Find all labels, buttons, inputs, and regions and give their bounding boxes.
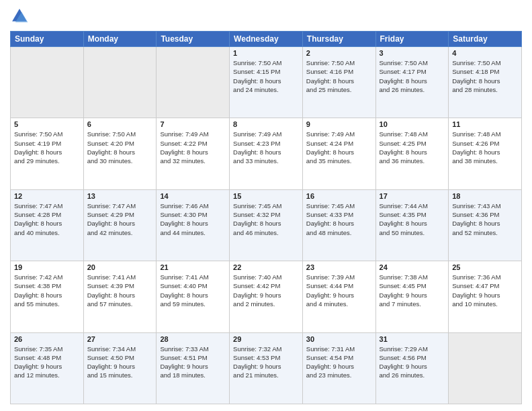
- day-number: 28: [160, 335, 226, 343]
- day-cell: 30Sunrise: 7:31 AM Sunset: 4:54 PM Dayli…: [302, 332, 375, 404]
- day-info: Sunrise: 7:36 AM Sunset: 4:47 PM Dayligh…: [452, 273, 518, 308]
- logo-icon: [10, 7, 29, 26]
- day-info: Sunrise: 7:42 AM Sunset: 4:38 PM Dayligh…: [14, 273, 80, 308]
- day-info: Sunrise: 7:41 AM Sunset: 4:40 PM Dayligh…: [160, 273, 226, 308]
- day-number: 3: [380, 49, 445, 57]
- day-info: Sunrise: 7:43 AM Sunset: 4:36 PM Dayligh…: [452, 201, 518, 237]
- day-info: Sunrise: 7:50 AM Sunset: 4:18 PM Dayligh…: [452, 58, 518, 94]
- day-info: Sunrise: 7:41 AM Sunset: 4:39 PM Dayligh…: [87, 273, 153, 308]
- weekday-header-thursday: Thursday: [302, 32, 375, 47]
- day-cell: 23Sunrise: 7:39 AM Sunset: 4:44 PM Dayli…: [302, 261, 375, 332]
- day-cell: 12Sunrise: 7:47 AM Sunset: 4:28 PM Dayli…: [11, 189, 84, 261]
- day-cell: 28Sunrise: 7:33 AM Sunset: 4:51 PM Dayli…: [157, 332, 230, 404]
- day-cell: 2Sunrise: 7:50 AM Sunset: 4:16 PM Daylig…: [302, 47, 375, 118]
- day-cell: 19Sunrise: 7:42 AM Sunset: 4:38 PM Dayli…: [11, 261, 84, 332]
- day-cell: 18Sunrise: 7:43 AM Sunset: 4:36 PM Dayli…: [449, 189, 522, 261]
- day-cell: [157, 47, 230, 118]
- day-number: 30: [306, 335, 372, 343]
- day-cell: 13Sunrise: 7:47 AM Sunset: 4:29 PM Dayli…: [83, 189, 157, 261]
- day-info: Sunrise: 7:47 AM Sunset: 4:28 PM Dayligh…: [14, 201, 80, 237]
- week-row-4: 26Sunrise: 7:35 AM Sunset: 4:48 PM Dayli…: [11, 332, 522, 404]
- day-number: 7: [160, 120, 226, 128]
- day-number: 16: [306, 192, 372, 200]
- day-info: Sunrise: 7:50 AM Sunset: 4:19 PM Dayligh…: [14, 130, 80, 165]
- day-cell: 24Sunrise: 7:38 AM Sunset: 4:45 PM Dayli…: [375, 261, 449, 332]
- day-number: 12: [14, 192, 80, 200]
- day-cell: 6Sunrise: 7:50 AM Sunset: 4:20 PM Daylig…: [83, 118, 157, 189]
- day-info: Sunrise: 7:40 AM Sunset: 4:42 PM Dayligh…: [233, 273, 299, 308]
- day-cell: 25Sunrise: 7:36 AM Sunset: 4:47 PM Dayli…: [449, 261, 522, 332]
- day-cell: 10Sunrise: 7:48 AM Sunset: 4:25 PM Dayli…: [375, 118, 449, 189]
- day-cell: 17Sunrise: 7:44 AM Sunset: 4:35 PM Dayli…: [375, 189, 449, 261]
- header: [10, 7, 522, 26]
- day-cell: 14Sunrise: 7:46 AM Sunset: 4:30 PM Dayli…: [157, 189, 230, 261]
- day-cell: 1Sunrise: 7:50 AM Sunset: 4:15 PM Daylig…: [230, 47, 303, 118]
- day-cell: 29Sunrise: 7:32 AM Sunset: 4:53 PM Dayli…: [230, 332, 303, 404]
- day-cell: 15Sunrise: 7:45 AM Sunset: 4:32 PM Dayli…: [230, 189, 303, 261]
- day-cell: 3Sunrise: 7:50 AM Sunset: 4:17 PM Daylig…: [375, 47, 449, 118]
- day-info: Sunrise: 7:44 AM Sunset: 4:35 PM Dayligh…: [380, 201, 445, 237]
- day-info: Sunrise: 7:38 AM Sunset: 4:45 PM Dayligh…: [380, 273, 445, 308]
- day-number: 21: [160, 263, 226, 271]
- day-cell: 27Sunrise: 7:34 AM Sunset: 4:50 PM Dayli…: [83, 332, 157, 404]
- day-number: 9: [306, 120, 372, 128]
- day-cell: 31Sunrise: 7:29 AM Sunset: 4:56 PM Dayli…: [375, 332, 449, 404]
- day-cell: 5Sunrise: 7:50 AM Sunset: 4:19 PM Daylig…: [11, 118, 84, 189]
- day-number: 17: [380, 192, 445, 200]
- day-info: Sunrise: 7:39 AM Sunset: 4:44 PM Dayligh…: [306, 273, 372, 308]
- week-row-2: 12Sunrise: 7:47 AM Sunset: 4:28 PM Dayli…: [11, 189, 522, 261]
- logo: [10, 7, 32, 26]
- day-cell: 11Sunrise: 7:48 AM Sunset: 4:26 PM Dayli…: [449, 118, 522, 189]
- day-number: 5: [14, 120, 80, 128]
- day-cell: 22Sunrise: 7:40 AM Sunset: 4:42 PM Dayli…: [230, 261, 303, 332]
- day-info: Sunrise: 7:45 AM Sunset: 4:32 PM Dayligh…: [233, 201, 299, 237]
- day-cell: [11, 47, 84, 118]
- day-info: Sunrise: 7:32 AM Sunset: 4:53 PM Dayligh…: [233, 345, 299, 380]
- day-number: 25: [452, 263, 518, 271]
- day-number: 15: [233, 192, 299, 200]
- day-cell: 16Sunrise: 7:45 AM Sunset: 4:33 PM Dayli…: [302, 189, 375, 261]
- weekday-header-monday: Monday: [83, 32, 157, 47]
- day-cell: 8Sunrise: 7:49 AM Sunset: 4:23 PM Daylig…: [230, 118, 303, 189]
- day-number: 29: [233, 335, 299, 343]
- day-info: Sunrise: 7:48 AM Sunset: 4:25 PM Dayligh…: [380, 130, 445, 165]
- day-number: 14: [160, 192, 226, 200]
- day-number: 1: [233, 49, 299, 57]
- day-info: Sunrise: 7:50 AM Sunset: 4:17 PM Dayligh…: [380, 58, 445, 94]
- day-info: Sunrise: 7:49 AM Sunset: 4:24 PM Dayligh…: [306, 130, 372, 165]
- day-number: 19: [14, 263, 80, 271]
- day-number: 11: [452, 120, 518, 128]
- day-info: Sunrise: 7:49 AM Sunset: 4:23 PM Dayligh…: [233, 130, 299, 165]
- weekday-header-wednesday: Wednesday: [230, 32, 303, 47]
- day-info: Sunrise: 7:47 AM Sunset: 4:29 PM Dayligh…: [87, 201, 153, 237]
- day-cell: [83, 47, 157, 118]
- day-number: 24: [380, 263, 445, 271]
- day-info: Sunrise: 7:46 AM Sunset: 4:30 PM Dayligh…: [160, 201, 226, 237]
- day-cell: [449, 332, 522, 404]
- day-cell: 4Sunrise: 7:50 AM Sunset: 4:18 PM Daylig…: [449, 47, 522, 118]
- week-row-1: 5Sunrise: 7:50 AM Sunset: 4:19 PM Daylig…: [11, 118, 522, 189]
- day-cell: 7Sunrise: 7:49 AM Sunset: 4:22 PM Daylig…: [157, 118, 230, 189]
- day-number: 22: [233, 263, 299, 271]
- day-number: 23: [306, 263, 372, 271]
- day-number: 4: [452, 49, 518, 57]
- day-number: 13: [87, 192, 153, 200]
- day-info: Sunrise: 7:34 AM Sunset: 4:50 PM Dayligh…: [87, 345, 153, 380]
- day-cell: 26Sunrise: 7:35 AM Sunset: 4:48 PM Dayli…: [11, 332, 84, 404]
- weekday-header-friday: Friday: [375, 32, 449, 47]
- day-number: 6: [87, 120, 153, 128]
- day-number: 18: [452, 192, 518, 200]
- weekday-header-tuesday: Tuesday: [157, 32, 230, 47]
- week-row-3: 19Sunrise: 7:42 AM Sunset: 4:38 PM Dayli…: [11, 261, 522, 332]
- day-info: Sunrise: 7:33 AM Sunset: 4:51 PM Dayligh…: [160, 345, 226, 380]
- day-info: Sunrise: 7:49 AM Sunset: 4:22 PM Dayligh…: [160, 130, 226, 165]
- day-number: 31: [380, 335, 445, 343]
- day-number: 2: [306, 49, 372, 57]
- day-number: 26: [14, 335, 80, 343]
- day-number: 20: [87, 263, 153, 271]
- day-info: Sunrise: 7:50 AM Sunset: 4:16 PM Dayligh…: [306, 58, 372, 94]
- day-info: Sunrise: 7:29 AM Sunset: 4:56 PM Dayligh…: [380, 345, 445, 380]
- weekday-header-saturday: Saturday: [449, 32, 522, 47]
- week-row-0: 1Sunrise: 7:50 AM Sunset: 4:15 PM Daylig…: [11, 47, 522, 118]
- day-info: Sunrise: 7:48 AM Sunset: 4:26 PM Dayligh…: [452, 130, 518, 165]
